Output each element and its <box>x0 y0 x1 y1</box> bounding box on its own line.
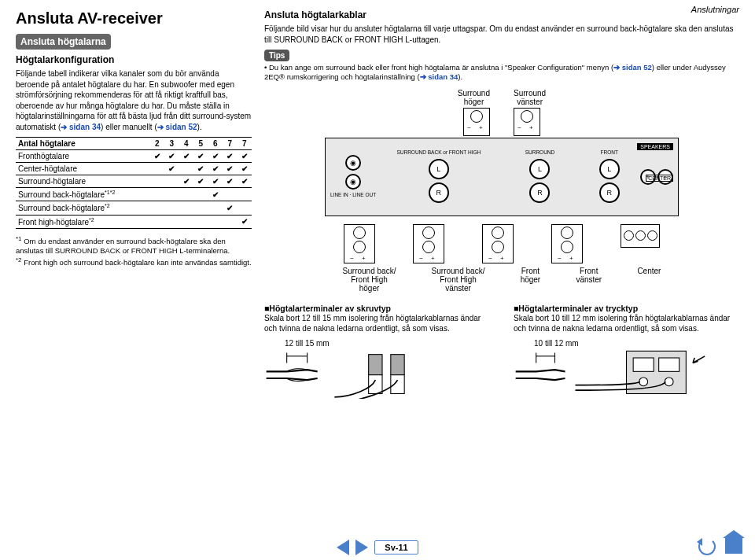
sub-heading: Högtalarkonfiguration <box>16 54 252 65</box>
terminal-instructions: ■Högtalarterminaler av skruvtyp Skala bo… <box>264 304 739 400</box>
svg-rect-4 <box>391 354 404 374</box>
table-row: Front high-högtalare*2✔ <box>16 215 252 228</box>
speaker-icon: − + <box>344 224 375 263</box>
speaker-icon: − + <box>514 108 540 136</box>
footer: Sv-11 <box>0 540 755 555</box>
svg-rect-12 <box>659 358 680 371</box>
speaker-config-table: Antal högtalare2345677 Fronthögtalare✔✔✔… <box>16 137 252 229</box>
speaker-label: Surround back/ Front High höger <box>343 267 396 293</box>
right-paragraph: Följande bild visar hur du ansluter högt… <box>264 24 739 45</box>
speaker-row: − + − + − + − + <box>325 224 679 263</box>
label-surround-left: Surround vänster <box>514 89 546 106</box>
footnotes: *1 Om du endast använder en surround bac… <box>16 235 252 267</box>
badge-center: CENTER <box>646 175 673 182</box>
speaker-icon: − + <box>463 108 490 136</box>
svg-rect-5 <box>369 374 382 393</box>
speaker-icon-center <box>621 224 660 248</box>
screw-terminal-section: ■Högtalarterminaler av skruvtyp Skala bo… <box>264 304 490 400</box>
dim-label-right: 10 till 12 mm <box>534 339 739 348</box>
speaker-label: Front höger <box>521 267 541 293</box>
terminal-group: SURROUNDLR <box>525 150 555 203</box>
speaker-icon: − + <box>482 224 514 263</box>
table-row: Surround-högtalare✔✔✔✔✔ <box>16 175 252 188</box>
terminal-group: FRONTLR <box>599 150 620 203</box>
svg-point-14 <box>665 378 673 386</box>
table-row: Center-högtalare✔✔✔✔✔ <box>16 163 252 175</box>
link-page52[interactable]: ➔ sidan 52 <box>157 123 197 131</box>
badge-speakers: SPEAKERS <box>637 143 673 150</box>
table-row: Surround back-högtalare*2✔ <box>16 201 252 215</box>
speaker-icon: − + <box>551 224 583 263</box>
svg-rect-3 <box>369 354 382 374</box>
footer-right <box>698 538 742 555</box>
tips-link-52[interactable]: ➔ sidan 52 <box>613 63 652 72</box>
home-icon[interactable] <box>725 538 742 554</box>
back-icon[interactable] <box>698 538 716 555</box>
speaker-label: Center <box>637 267 661 293</box>
rca-icon: ◉ <box>345 174 361 190</box>
svg-rect-11 <box>633 358 654 371</box>
nav-arrows <box>337 540 368 555</box>
section-category: Anslutningar <box>691 5 739 14</box>
tips-link-34[interactable]: ➔ sidan 34 <box>420 72 459 81</box>
page-number: Sv-11 <box>374 540 418 554</box>
right-column: Ansluta högtalarkablar Följande bild vis… <box>264 9 739 400</box>
table-row: Surround back-högtalare*1*2✔ <box>16 188 252 201</box>
page-body: Ansluta AV-receiver Ansluta högtalarna H… <box>0 0 755 432</box>
page-title: Ansluta AV-receiver <box>16 9 252 28</box>
tips-text: • Du kan ange om surround back eller fro… <box>264 63 739 83</box>
speaker-icon: − + <box>413 224 444 263</box>
rca-jacks: ◉ ◉ LINE IN · LINE OUT <box>330 155 376 198</box>
svg-rect-6 <box>391 374 404 393</box>
label-surround-right: Surround höger <box>458 89 490 106</box>
intro-paragraph: Följande tabell indikerar vilka kanaler … <box>16 68 252 132</box>
dim-label-left: 12 till 15 mm <box>285 339 490 348</box>
wire-diagram-screw <box>264 348 490 399</box>
receiver-panel: SPEAKERS CENTER ◉ ◉ LINE IN · LINE OUT S… <box>325 138 679 216</box>
rca-icon: ◉ <box>345 155 361 171</box>
wire-diagram-push <box>514 348 739 399</box>
speaker-label: Front vänster <box>576 267 602 293</box>
tips-label: Tips <box>264 50 289 61</box>
right-heading: Ansluta högtalarkablar <box>264 9 739 20</box>
prev-page-button[interactable] <box>337 540 349 555</box>
table-row: Fronthögtalare✔✔✔✔✔✔✔ <box>16 150 252 163</box>
push-terminal-section: ■Högtalarterminaler av trycktyp Skala bo… <box>514 304 739 400</box>
next-page-button[interactable] <box>355 540 368 555</box>
left-column: Ansluta AV-receiver Ansluta högtalarna H… <box>16 9 252 400</box>
link-page34[interactable]: ➔ sidan 34 <box>61 123 101 131</box>
svg-point-13 <box>639 378 648 386</box>
terminal-group: SURROUND BACK or FRONT HIGHLR <box>396 150 481 203</box>
speaker-label: Surround back/ Front High vänster <box>432 267 485 293</box>
connection-diagram: Surround höger Surround vänster − + − + … <box>325 89 679 293</box>
section-box: Ansluta högtalarna <box>16 34 111 50</box>
